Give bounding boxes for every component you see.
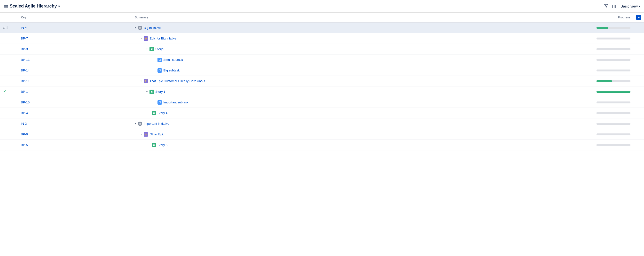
chevron-icon[interactable]: ▾ <box>135 122 136 125</box>
summary-cell: ▾ ⚡ Other Epic <box>132 129 580 140</box>
progress-cell <box>580 22 633 33</box>
row-key[interactable]: BP-11 <box>21 79 30 83</box>
row-left-icons: ✓ <box>3 89 15 94</box>
view-selector[interactable]: Basic view ▾ <box>620 4 640 8</box>
key-cell[interactable]: BP-11 <box>18 76 132 86</box>
header-right: ||| Basic view ▾ <box>604 4 640 9</box>
row-key[interactable]: BP-13 <box>21 58 30 62</box>
progress-cell <box>580 108 633 118</box>
item-name[interactable]: Story 4 <box>158 111 168 115</box>
list-icon[interactable] <box>4 5 8 8</box>
summary-content: ▾ ⚡ Other Epic <box>135 132 577 136</box>
table-row: ⠿ IN-4 ▾ ◉ Big Initiative <box>0 22 644 33</box>
key-cell[interactable]: IN-3 <box>18 118 132 129</box>
row-left-icons-cell: ✓ <box>0 86 18 97</box>
item-name[interactable]: Big subtask <box>163 68 180 72</box>
progress-bar-wrapper <box>583 80 630 82</box>
key-cell[interactable]: BP-1 <box>18 86 132 97</box>
row-key[interactable]: BP-3 <box>21 47 28 51</box>
item-name[interactable]: Important Initiative <box>144 122 169 126</box>
row-left-icons-cell <box>0 54 18 65</box>
item-name[interactable]: Important subtask <box>163 100 188 104</box>
key-cell[interactable]: BP-7 <box>18 33 132 44</box>
story-icon: ▣ <box>150 47 154 51</box>
row-key[interactable]: IN-4 <box>21 26 27 30</box>
col-key-header: Key <box>18 12 132 22</box>
plus-cell <box>633 129 644 140</box>
add-column-button[interactable]: + <box>636 15 641 20</box>
chevron-icon[interactable]: ▾ <box>140 37 142 40</box>
plus-cell <box>633 76 644 86</box>
item-name[interactable]: That Epic Customers Really Care About <box>150 79 205 83</box>
epic-icon: ⚡ <box>144 36 148 41</box>
progress-bar-bg <box>596 144 630 146</box>
row-left-icons: ⠿ <box>3 26 15 30</box>
item-name[interactable]: Story 3 <box>155 47 165 51</box>
chevron-icon[interactable]: ▾ <box>140 80 142 82</box>
row-left-icons-cell <box>0 118 18 129</box>
item-name[interactable]: Epic for Big Iniative <box>150 36 176 40</box>
chevron-icon[interactable]: ▾ <box>140 133 142 136</box>
summary-content: ⊡ Important subtask <box>135 100 577 105</box>
row-key[interactable]: BP-14 <box>21 68 30 72</box>
item-name[interactable]: Other Epic <box>150 132 164 136</box>
filter-icon[interactable] <box>604 4 608 9</box>
row-key[interactable]: BP-5 <box>21 143 28 147</box>
key-cell[interactable]: BP-3 <box>18 44 132 54</box>
item-name[interactable]: Story 1 <box>155 90 165 94</box>
row-left-icons-cell: ⠿ <box>0 22 18 33</box>
progress-bar-fill <box>596 91 630 93</box>
columns-icon[interactable]: ||| <box>612 4 617 8</box>
plus-cell <box>633 86 644 97</box>
row-key[interactable]: BP-4 <box>21 111 28 115</box>
key-cell[interactable]: BP-9 <box>18 129 132 140</box>
progress-bar-wrapper <box>583 59 630 61</box>
story-icon: ▣ <box>152 143 156 147</box>
progress-bar-wrapper <box>583 102 630 104</box>
hierarchy-table: Key Summary Progress + <box>0 12 644 150</box>
title-dropdown-icon[interactable]: ▾ <box>58 4 60 8</box>
col-summary-header: Summary <box>132 12 580 22</box>
table-row: BP-4 ▣ Story 4 <box>0 108 644 118</box>
row-left-icons-cell <box>0 129 18 140</box>
header: Scaled Agile Hierarchy ▾ ||| Basic view … <box>0 0 644 12</box>
row-key[interactable]: BP-15 <box>21 100 30 104</box>
plus-cell <box>633 65 644 76</box>
chevron-icon[interactable]: ▾ <box>135 26 136 29</box>
row-key[interactable]: BP-1 <box>21 90 28 94</box>
epic-icon: ⚡ <box>144 79 148 83</box>
progress-bar-bg <box>596 48 630 50</box>
col-actions <box>0 12 18 22</box>
key-cell[interactable]: IN-4 <box>18 22 132 33</box>
row-key[interactable]: BP-7 <box>21 36 28 40</box>
progress-cell <box>580 140 633 150</box>
chevron-icon[interactable]: ▾ <box>146 90 148 93</box>
item-name[interactable]: Small subtask <box>163 58 183 62</box>
key-cell[interactable]: BP-4 <box>18 108 132 118</box>
progress-cell <box>580 65 633 76</box>
progress-bar-bg <box>596 134 630 136</box>
table-row: BP-3 ▾ ▣ Story 3 <box>0 44 644 54</box>
progress-bar-wrapper <box>583 134 630 136</box>
plus-cell <box>633 33 644 44</box>
key-cell[interactable]: BP-15 <box>18 97 132 108</box>
key-cell[interactable]: BP-13 <box>18 54 132 65</box>
table-row: BP-5 ▣ Story 5 <box>0 140 644 150</box>
progress-bar-wrapper <box>583 48 630 50</box>
table-body: ⠿ IN-4 ▾ ◉ Big Initiative <box>0 22 644 150</box>
plus-cell <box>633 118 644 129</box>
item-name[interactable]: Story 5 <box>158 143 168 147</box>
row-key[interactable]: BP-9 <box>21 132 28 136</box>
key-cell[interactable]: BP-5 <box>18 140 132 150</box>
chevron-icon[interactable]: ▾ <box>146 48 148 50</box>
table-row: BP-15 ⊡ Important subtask <box>0 97 644 108</box>
progress-cell <box>580 86 633 97</box>
item-name[interactable]: Big Initiative <box>144 26 161 30</box>
summary-cell: ▾ ⚡ Epic for Big Iniative <box>132 33 580 44</box>
summary-cell: ▾ ◉ Big Initiative <box>132 22 580 33</box>
progress-cell <box>580 129 633 140</box>
key-cell[interactable]: BP-14 <box>18 65 132 76</box>
table-row: BP-14 ⊡ Big subtask <box>0 65 644 76</box>
row-key[interactable]: IN-3 <box>21 122 27 126</box>
drag-icon[interactable]: ⠿ <box>6 26 8 30</box>
